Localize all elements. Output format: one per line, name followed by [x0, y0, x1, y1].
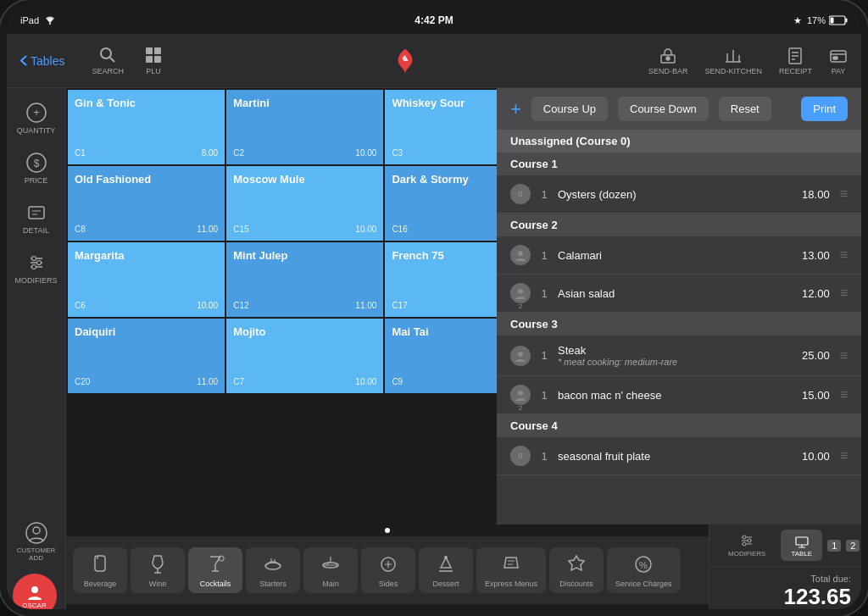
drink-cell[interactable]: Moscow MuleC1510.00 — [226, 166, 383, 241]
battery-icon — [829, 15, 848, 25]
svg-point-20 — [31, 257, 36, 261]
course-down-btn[interactable]: Course Down — [618, 97, 709, 121]
seat-avatar — [510, 346, 531, 366]
drink-cell[interactable]: DaiquiriC2011.00 — [68, 319, 225, 393]
svg-point-41 — [743, 542, 746, 546]
screen: iPad 4:42 PM ★ 17% Tables — [7, 7, 861, 609]
top-nav-right: SEND-BAR SEND-KITCHEN RECEIPT — [635, 47, 861, 75]
plu-action[interactable]: PLU — [144, 46, 163, 75]
bottom-section: CUSTOMER ADD OSCAR BeverageWineCocktails… — [7, 524, 861, 609]
total-amount: 123.65 — [720, 584, 851, 609]
back-button[interactable]: Tables — [7, 54, 78, 68]
oscar-btn[interactable]: OSCAR — [13, 574, 57, 609]
unassigned-header: Unassigned (Course 0) — [497, 130, 861, 153]
battery-pct: 17% — [807, 15, 826, 25]
bluetooth-icon: ★ — [792, 15, 804, 25]
category-btn[interactable]: Express Menus — [476, 547, 546, 594]
customer-add-btn[interactable]: CUSTOMER ADD — [7, 516, 65, 568]
table-tab[interactable]: TABLE — [781, 530, 822, 561]
svg-point-11 — [666, 57, 670, 60]
category-label: Discounts — [559, 580, 593, 589]
category-btn[interactable]: Wine — [131, 547, 185, 594]
svg-point-40 — [748, 539, 751, 542]
course-panel: + Course Up Course Down Reset Print Unas… — [497, 88, 861, 524]
quantity-btn[interactable]: + QUANTITY — [7, 95, 65, 142]
device: iPad 4:42 PM ★ 17% Tables — [0, 0, 868, 616]
logo — [176, 47, 635, 75]
svg-rect-14 — [833, 57, 837, 59]
svg-point-22 — [31, 265, 36, 269]
price-btn[interactable]: $ PRICE — [7, 145, 65, 191]
pay-action[interactable]: PAY — [829, 47, 848, 75]
status-bar: iPad 4:42 PM ★ 17% — [7, 7, 861, 34]
scroll-dot — [385, 528, 390, 533]
bottom-tabs-area: MODIFIERS TABLE 1 2 — [709, 524, 861, 567]
add-course-btn[interactable]: + — [510, 98, 521, 120]
course2-header: Course 2 — [497, 214, 861, 236]
seat2-tab[interactable]: 2 — [846, 540, 860, 552]
category-label: Sides — [379, 580, 398, 589]
category-label: Main — [322, 580, 339, 589]
svg-rect-8 — [146, 56, 153, 63]
order-item-oysters[interactable]: 0 1 Oysters (dozen) 18.00 ≡ — [497, 175, 861, 214]
total-panel: MODIFIERS TABLE 1 2 Total due: 123.65 — [709, 524, 861, 609]
category-btn[interactable]: Sides — [361, 547, 415, 594]
category-label: Beverage — [84, 580, 117, 589]
category-btn[interactable]: Cocktails — [188, 547, 242, 594]
drink-grid-area: Gin & TonicC18.00MartiniC210.00Whiskey S… — [66, 88, 861, 524]
category-bar: BeverageWineCocktailsStartersMainSidesDe… — [66, 536, 709, 604]
course3-header: Course 3 — [497, 313, 861, 336]
category-label: Cocktails — [200, 580, 231, 589]
svg-text:%: % — [639, 560, 648, 570]
drink-cell[interactable]: Mint JulepC1211.00 — [226, 242, 383, 317]
left-sidebar: + QUANTITY $ PRICE DETAIL — [7, 88, 66, 524]
order-item-calamari[interactable]: 1 Calamari 13.00 ≡ — [497, 236, 861, 275]
drink-cell[interactable]: MojitoC710.00 — [226, 319, 383, 393]
drink-cell[interactable]: Old FashionedC811.00 — [68, 166, 225, 241]
svg-text:+: + — [33, 106, 40, 119]
dot-indicator — [66, 524, 709, 536]
category-btn[interactable]: Starters — [246, 547, 300, 594]
print-btn[interactable]: Print — [801, 97, 848, 121]
category-btn[interactable]: Discounts — [549, 547, 604, 594]
svg-point-5 — [101, 48, 111, 58]
drink-cell[interactable]: MartiniC210.00 — [226, 90, 383, 164]
svg-point-0 — [49, 23, 51, 25]
svg-rect-4 — [831, 18, 834, 24]
category-label: Express Menus — [485, 580, 537, 589]
seat-avatar: 2 — [510, 385, 531, 405]
svg-text:$: $ — [33, 158, 39, 169]
svg-point-21 — [36, 261, 41, 265]
send-kitchen-action[interactable]: SEND-KITCHEN — [704, 47, 762, 75]
svg-point-29 — [31, 586, 38, 593]
order-item-steak[interactable]: 1 Steak * meat cooking: medium-rare 25.0… — [497, 336, 861, 376]
modifiers-tab[interactable]: MODIFIERS — [718, 530, 776, 561]
detail-btn[interactable]: DETAIL — [7, 195, 65, 241]
category-btn[interactable]: Beverage — [73, 547, 127, 594]
order-item-mac-cheese[interactable]: 2 1 bacon mac n' cheese 15.00 ≡ — [497, 376, 861, 414]
course-up-btn[interactable]: Course Up — [531, 97, 608, 121]
total-display: Total due: 123.65 — [709, 567, 861, 609]
ipad-label: iPad — [20, 15, 39, 25]
top-nav: Tables SEARCH PLU — [7, 34, 861, 88]
modifiers-btn[interactable]: MODIFIERS — [7, 245, 65, 291]
svg-marker-36 — [569, 556, 584, 570]
svg-text:★: ★ — [793, 15, 802, 25]
category-btn[interactable]: Dessert — [419, 547, 473, 594]
category-btn[interactable]: %Service Charges — [607, 547, 681, 594]
receipt-action[interactable]: RECEIPT — [779, 47, 812, 75]
course1-header: Course 1 — [497, 153, 861, 175]
order-item-asian-salad[interactable]: 2 1 Asian salad 12.00 ≡ — [497, 275, 861, 313]
category-btn[interactable]: Main — [303, 547, 358, 594]
order-item-fruit-plate[interactable]: 0 1 seasonal fruit plate 10.00 ≡ — [497, 437, 861, 475]
drink-cell[interactable]: MargaritaC610.00 — [68, 242, 225, 317]
reset-btn[interactable]: Reset — [719, 97, 771, 121]
category-label: Dessert — [432, 580, 459, 589]
svg-rect-19 — [29, 207, 44, 219]
total-label: Total due: — [720, 574, 851, 584]
search-action[interactable]: SEARCH — [92, 46, 124, 75]
send-bar-action[interactable]: SEND-BAR — [648, 47, 688, 75]
left-bottom-area: CUSTOMER ADD OSCAR — [7, 524, 66, 609]
drink-cell[interactable]: Gin & TonicC18.00 — [68, 90, 225, 164]
seat1-tab[interactable]: 1 — [827, 540, 841, 552]
